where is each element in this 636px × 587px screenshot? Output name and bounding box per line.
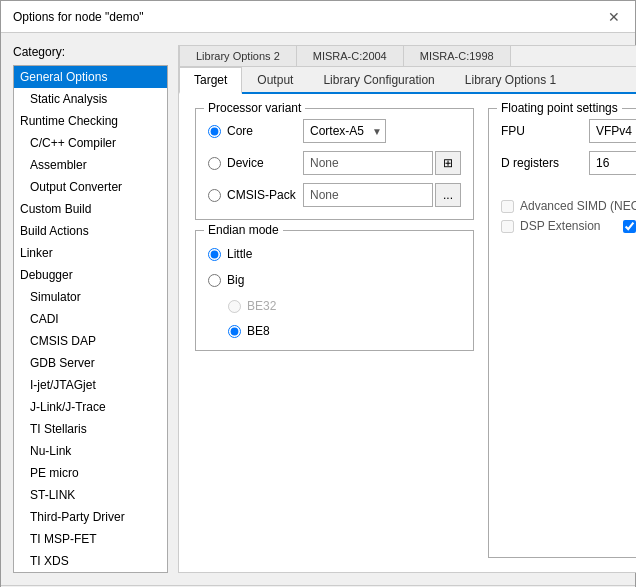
category-list: General OptionsStatic AnalysisRuntime Ch… xyxy=(13,65,168,573)
right-section: Floating point settings FPU VFPv4 VFPv3 … xyxy=(488,108,636,558)
be8-radio[interactable] xyxy=(228,325,241,338)
simd-checkbox[interactable] xyxy=(501,200,514,213)
category-item-runtime-checking[interactable]: Runtime Checking xyxy=(14,110,167,132)
dialog: Options for node "demo" ✕ Category: Gene… xyxy=(0,0,636,587)
close-button[interactable]: ✕ xyxy=(605,8,623,26)
core-label: Core xyxy=(227,124,297,138)
category-panel: Category: General OptionsStatic Analysis… xyxy=(13,45,168,573)
core-row: Core Cortex-A5 Cortex-A7 Cortex-A8 Corte… xyxy=(208,119,461,143)
tab-lib-config[interactable]: Library Configuration xyxy=(308,67,449,94)
core-radio[interactable] xyxy=(208,125,221,138)
fpu-label: FPU xyxy=(501,124,581,138)
device-row: Device ⊞ xyxy=(208,151,461,175)
dreg-dropdown-wrap: 16 32 ▼ xyxy=(589,151,636,175)
device-label: Device xyxy=(227,156,297,170)
core-dropdown-wrap: Cortex-A5 Cortex-A7 Cortex-A8 Cortex-A9 … xyxy=(303,119,386,143)
content-panel: Library Options 2 MISRA-C:2004 MISRA-C:1… xyxy=(178,45,636,573)
category-item-cadi[interactable]: CADI xyxy=(14,308,167,330)
processor-group: Processor variant Core Cortex-A5 Cortex-… xyxy=(195,108,474,220)
category-item-st-link[interactable]: ST-LINK xyxy=(14,484,167,506)
little-row: Little xyxy=(208,247,461,261)
simd-label: Advanced SIMD (NEON) xyxy=(520,199,636,213)
category-label: Category: xyxy=(13,45,168,59)
dialog-body: Category: General OptionsStatic Analysis… xyxy=(1,33,635,585)
content-area: Processor variant Core Cortex-A5 Cortex-… xyxy=(179,94,636,572)
cmsis-label: CMSIS-Pack xyxy=(227,188,297,202)
endian-group: Endian mode Little Big xyxy=(195,230,474,351)
trustzone-checkbox[interactable] xyxy=(623,220,636,233)
dreg-label: D registers xyxy=(501,156,581,170)
category-item-ti-msp-fet[interactable]: TI MSP-FET xyxy=(14,528,167,550)
category-item-nu-link[interactable]: Nu-Link xyxy=(14,440,167,462)
core-select[interactable]: Cortex-A5 Cortex-A7 Cortex-A8 Cortex-A9 xyxy=(303,119,386,143)
dreg-select[interactable]: 16 32 xyxy=(589,151,636,175)
tabs-top: Library Options 2 MISRA-C:2004 MISRA-C:1… xyxy=(179,46,636,67)
fp-legend: Floating point settings xyxy=(497,101,622,115)
cmsis-row: CMSIS-Pack ... xyxy=(208,183,461,207)
processor-legend: Processor variant xyxy=(204,101,305,115)
cmsis-icon-btn[interactable]: ... xyxy=(435,183,461,207)
category-item-assembler[interactable]: Assembler xyxy=(14,154,167,176)
be32-row: BE32 xyxy=(228,299,461,313)
dialog-title: Options for node "demo" xyxy=(13,10,144,24)
tab-lib-opt1[interactable]: Library Options 1 xyxy=(450,67,571,94)
category-item-cmsis-dap[interactable]: CMSIS DAP xyxy=(14,330,167,352)
category-item-jlink[interactable]: J-Link/J-Trace xyxy=(14,396,167,418)
tab-misra-2004[interactable]: MISRA-C:2004 xyxy=(297,46,404,66)
category-item-gdb-server[interactable]: GDB Server xyxy=(14,352,167,374)
dsp-label: DSP Extension xyxy=(520,219,601,233)
cmsis-input[interactable] xyxy=(303,183,433,207)
fp-grid: FPU VFPv4 VFPv3 VFPv2 None ▼ xyxy=(501,119,636,233)
big-row: Big xyxy=(208,273,461,287)
big-radio[interactable] xyxy=(208,274,221,287)
category-item-debugger[interactable]: Debugger xyxy=(14,264,167,286)
category-item-output-converter[interactable]: Output Converter xyxy=(14,176,167,198)
category-item-i-jet[interactable]: I-jet/JTAGjet xyxy=(14,374,167,396)
category-item-ti-xds[interactable]: TI XDS xyxy=(14,550,167,572)
simd-row: Advanced SIMD (NEON) xyxy=(501,199,636,213)
dsp-checkbox[interactable] xyxy=(501,220,514,233)
be8-row: BE8 xyxy=(228,324,461,338)
category-item-linker[interactable]: Linker xyxy=(14,242,167,264)
endian-options: Little Big BE32 xyxy=(208,247,461,338)
category-item-simulator[interactable]: Simulator xyxy=(14,286,167,308)
tabs-main: Target Output Library Configuration Libr… xyxy=(179,67,636,94)
dreg-row: D registers 16 32 ▼ xyxy=(501,151,636,175)
left-section: Processor variant Core Cortex-A5 Cortex-… xyxy=(195,108,474,558)
category-item-static-analysis[interactable]: Static Analysis xyxy=(14,88,167,110)
tab-lib-opt2[interactable]: Library Options 2 xyxy=(179,46,297,66)
fp-group: Floating point settings FPU VFPv4 VFPv3 … xyxy=(488,108,636,558)
be32-label: BE32 xyxy=(247,299,276,313)
device-icon-btn[interactable]: ⊞ xyxy=(435,151,461,175)
tab-target[interactable]: Target xyxy=(179,67,242,94)
tab-misra-1998[interactable]: MISRA-C:1998 xyxy=(404,46,511,66)
little-radio[interactable] xyxy=(208,248,221,261)
fpu-dropdown-wrap: VFPv4 VFPv3 VFPv2 None ▼ xyxy=(589,119,636,143)
cmsis-input-group: ... xyxy=(303,183,461,207)
category-item-custom-build[interactable]: Custom Build xyxy=(14,198,167,220)
category-item-third-party[interactable]: Third-Party Driver xyxy=(14,506,167,528)
tab-output[interactable]: Output xyxy=(242,67,308,94)
fp-checkboxes: Advanced SIMD (NEON) DSP Extension Trust… xyxy=(501,199,636,233)
fpu-row: FPU VFPv4 VFPv3 VFPv2 None ▼ xyxy=(501,119,636,143)
category-item-ti-stellaris[interactable]: TI Stellaris xyxy=(14,418,167,440)
category-item-pe-micro[interactable]: PE micro xyxy=(14,462,167,484)
device-input-group: ⊞ xyxy=(303,151,461,175)
big-label: Big xyxy=(227,273,244,287)
be32-radio[interactable] xyxy=(228,300,241,313)
cmsis-radio[interactable] xyxy=(208,189,221,202)
category-item-c-cpp-compiler[interactable]: C/C++ Compiler xyxy=(14,132,167,154)
device-radio[interactable] xyxy=(208,157,221,170)
little-label: Little xyxy=(227,247,252,261)
category-item-build-actions[interactable]: Build Actions xyxy=(14,220,167,242)
fpu-select[interactable]: VFPv4 VFPv3 VFPv2 None xyxy=(589,119,636,143)
device-input[interactable] xyxy=(303,151,433,175)
endian-sub: BE32 BE8 xyxy=(228,299,461,338)
endian-legend: Endian mode xyxy=(204,223,283,237)
title-bar: Options for node "demo" ✕ xyxy=(1,1,635,33)
be8-label: BE8 xyxy=(247,324,270,338)
dsp-row: DSP Extension TrustZone xyxy=(501,219,636,233)
category-item-general-options[interactable]: General Options xyxy=(14,66,167,88)
